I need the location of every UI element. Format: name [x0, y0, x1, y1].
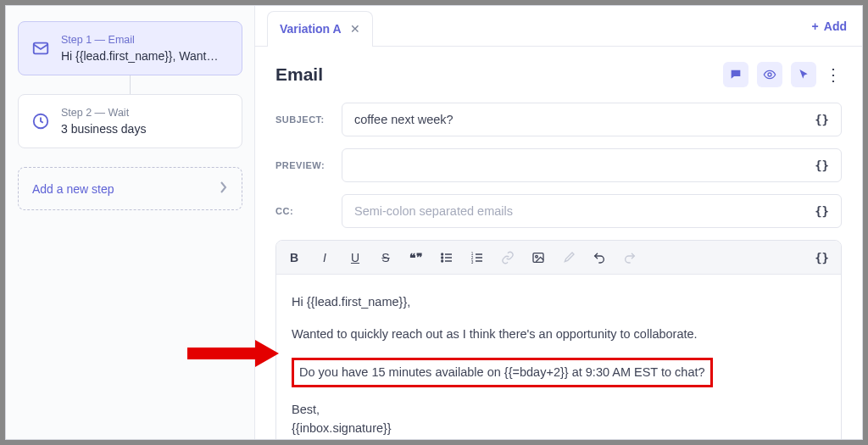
editor-content: Email ⋮ SUBJECT:	[255, 47, 862, 439]
image-button[interactable]	[529, 248, 548, 267]
svg-point-7	[442, 260, 443, 262]
eye-icon[interactable]	[757, 62, 782, 87]
body-editor: B I U S ❝❞ 123	[275, 240, 842, 439]
sequence-step-2[interactable]: Step 2 — Wait 3 business days	[18, 94, 242, 148]
plus-icon: +	[812, 19, 819, 33]
step-title: 3 business days	[61, 122, 146, 136]
add-step-label: Add a new step	[32, 182, 114, 196]
subject-input[interactable]	[354, 113, 811, 126]
more-menu-icon[interactable]: ⋮	[825, 62, 842, 87]
cc-label: CC:	[275, 206, 326, 216]
preview-label: PREVIEW:	[275, 160, 326, 170]
variables-button[interactable]: {}	[811, 248, 832, 268]
cc-input[interactable]	[354, 204, 811, 218]
brush-button[interactable]	[559, 248, 578, 267]
variables-button[interactable]: {}	[811, 155, 832, 175]
italic-button[interactable]: I	[315, 248, 334, 267]
sequence-step-1[interactable]: Step 1 — Email Hi {{lead.first_name}}, W…	[18, 21, 242, 75]
page-title: Email	[275, 64, 323, 85]
editor-body[interactable]: Hi {{lead.first_name}}, Wanted to quickl…	[276, 275, 841, 439]
sequence-sidebar: Step 1 — Email Hi {{lead.first_name}}, W…	[6, 6, 255, 439]
add-variation-button[interactable]: + Add	[812, 6, 847, 46]
svg-point-16	[536, 255, 538, 258]
step-connector	[130, 75, 131, 94]
app-frame: Step 1 — Email Hi {{lead.first_name}}, W…	[5, 5, 863, 440]
tab-variation-a[interactable]: Variation A ✕	[267, 11, 373, 46]
svg-point-3	[442, 253, 443, 255]
add-label: Add	[824, 19, 847, 33]
underline-button[interactable]: U	[346, 248, 364, 267]
body-line: Best, {{inbox.signature}}	[292, 401, 826, 438]
numbered-list-button[interactable]: 123	[468, 248, 487, 267]
body-line: Hi {{lead.first_name}},	[292, 293, 826, 312]
body-line: Do you have 15 minutes available on {{=b…	[299, 365, 705, 379]
strike-button[interactable]: S	[376, 248, 395, 267]
variables-button[interactable]: {}	[811, 201, 832, 221]
subject-label: SUBJECT:	[275, 114, 326, 125]
close-icon[interactable]: ✕	[350, 22, 360, 36]
redo-button[interactable]	[620, 248, 639, 267]
main-pane: Variation A ✕ + Add Email	[255, 6, 862, 439]
variables-button[interactable]: {}	[811, 109, 832, 130]
chevron-right-icon	[220, 181, 228, 196]
svg-point-5	[442, 257, 443, 259]
heading-actions: ⋮	[723, 62, 842, 87]
link-button[interactable]	[498, 248, 517, 267]
pointer-icon[interactable]	[791, 62, 816, 87]
step-title: Hi {{lead.first_name}}, Want…	[61, 49, 218, 63]
svg-text:3: 3	[471, 259, 474, 264]
editor-toolbar: B I U S ❝❞ 123	[276, 241, 841, 275]
quote-button[interactable]: ❝❞	[407, 248, 426, 267]
tab-label: Variation A	[280, 22, 342, 36]
step-label: Step 1 — Email	[61, 34, 218, 46]
bold-button[interactable]: B	[285, 248, 303, 267]
variation-tabbar: Variation A ✕ + Add	[255, 6, 862, 47]
add-step-button[interactable]: Add a new step	[18, 167, 242, 210]
bullet-list-button[interactable]	[437, 248, 456, 267]
undo-button[interactable]	[590, 248, 609, 267]
step-label: Step 2 — Wait	[61, 107, 146, 119]
svg-point-2	[768, 73, 771, 76]
annotation-highlight: Do you have 15 minutes available on {{=b…	[292, 358, 713, 388]
envelope-icon	[31, 39, 50, 58]
body-line: Wanted to quickly reach out as I think t…	[292, 325, 826, 344]
clock-icon	[31, 112, 50, 131]
chat-icon[interactable]	[723, 62, 748, 87]
preview-input[interactable]	[354, 159, 811, 172]
